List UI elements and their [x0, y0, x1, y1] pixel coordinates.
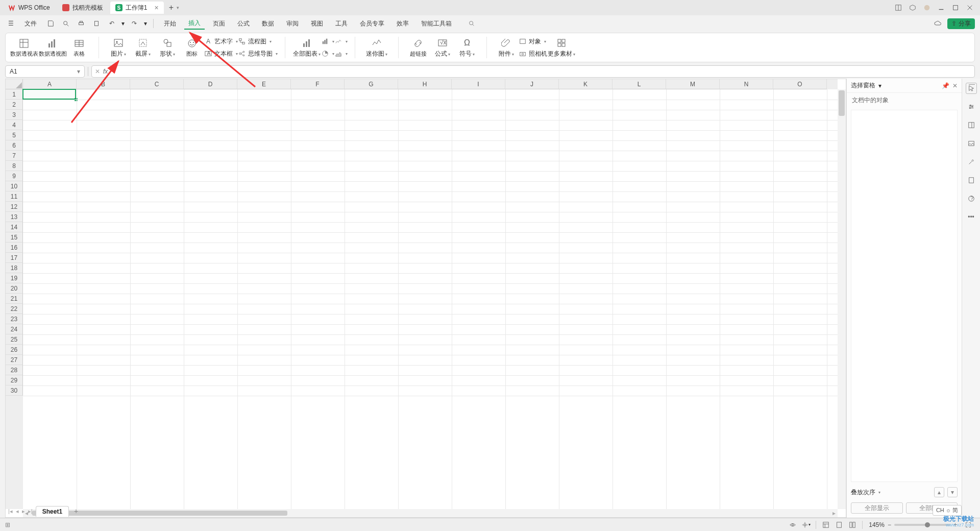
screenshot-button[interactable]: 截屏▾: [131, 35, 155, 60]
horizontal-scrollbar[interactable]: ◂▸: [23, 509, 838, 517]
table-button[interactable]: 表格: [67, 35, 91, 60]
row-header[interactable]: 11: [6, 191, 23, 202]
cloud-icon[interactable]: [932, 18, 943, 29]
spreadsheet-grid[interactable]: ABCDEFGHIJKLMNO 123456789101112131415161…: [5, 79, 846, 518]
cells-area[interactable]: [23, 89, 838, 509]
menu-file[interactable]: 文件: [20, 17, 41, 30]
zoom-level[interactable]: 145%: [869, 521, 885, 528]
pie-chart-button[interactable]: ▾: [321, 49, 334, 59]
wordart-button[interactable]: A艺术字▾: [204, 36, 238, 46]
row-header[interactable]: 16: [6, 243, 23, 253]
name-box-dropdown-icon[interactable]: ▾: [77, 68, 80, 75]
row-header[interactable]: 30: [6, 385, 23, 396]
undo-dropdown-icon[interactable]: ▾: [121, 20, 125, 27]
window-minimize-icon[interactable]: [934, 2, 948, 14]
pin-icon[interactable]: 📌: [942, 82, 949, 89]
eye-icon[interactable]: [787, 520, 799, 530]
col-header[interactable]: F: [291, 79, 345, 89]
panel-close-icon[interactable]: ✕: [952, 82, 958, 89]
image-sidebar-icon[interactable]: [966, 138, 977, 149]
menu-tools[interactable]: 工具: [331, 17, 352, 30]
print-preview-icon[interactable]: [60, 18, 71, 29]
window-close-icon[interactable]: [963, 2, 977, 14]
view-normal-icon[interactable]: [820, 520, 832, 530]
icons-button[interactable]: 图标: [180, 35, 204, 60]
pivot-chart-button[interactable]: 数据透视图: [38, 35, 67, 60]
more-assets-button[interactable]: 更多素材▾: [547, 35, 576, 60]
row-header[interactable]: 4: [6, 120, 23, 130]
col-header[interactable]: C: [130, 79, 184, 89]
row-header[interactable]: 24: [6, 324, 23, 334]
vertical-scrollbar[interactable]: [838, 89, 846, 509]
object-button[interactable]: 对象▾: [519, 36, 547, 46]
equation-button[interactable]: √x公式▾: [430, 35, 455, 60]
row-header[interactable]: 25: [6, 334, 23, 345]
row-header[interactable]: 22: [6, 304, 23, 314]
row-header[interactable]: 17: [6, 253, 23, 263]
col-header[interactable]: H: [398, 79, 452, 89]
col-header[interactable]: E: [237, 79, 291, 89]
sheet-nav-next-icon[interactable]: ▸: [22, 508, 25, 515]
doc-sidebar-icon[interactable]: [966, 175, 977, 186]
sheet-tab[interactable]: Sheet1: [36, 506, 69, 517]
row-header[interactable]: 29: [6, 375, 23, 385]
sheet-nav-last-icon[interactable]: ▸|: [28, 508, 33, 515]
focus-icon[interactable]: ▾: [800, 520, 812, 530]
row-header[interactable]: 14: [6, 222, 23, 232]
picture-button[interactable]: 图片▾: [106, 35, 131, 60]
camera-button[interactable]: 照相机: [519, 49, 547, 59]
redo-icon[interactable]: ↷: [129, 18, 140, 29]
row-header[interactable]: 21: [6, 294, 23, 304]
tab-dropdown-icon[interactable]: ▾: [177, 5, 179, 10]
col-header[interactable]: A: [23, 79, 77, 89]
fx-icon[interactable]: fx: [103, 68, 108, 75]
select-all-corner[interactable]: [6, 79, 23, 89]
menu-review[interactable]: 审阅: [282, 17, 303, 30]
shapes-button[interactable]: 形状▾: [155, 35, 180, 60]
zoom-thumb[interactable]: [925, 522, 930, 527]
row-headers[interactable]: 1234567891011121314151617181920212223242…: [6, 89, 23, 509]
panel-icon[interactable]: [891, 2, 905, 14]
hamburger-icon[interactable]: ☰: [5, 18, 16, 29]
area-chart-button[interactable]: ▾: [334, 49, 348, 59]
clipboard-icon[interactable]: [91, 18, 102, 29]
print-icon[interactable]: [76, 18, 87, 29]
attachment-button[interactable]: 附件▾: [494, 35, 519, 60]
symbol-button[interactable]: Ω符号▾: [455, 35, 479, 60]
row-header[interactable]: 15: [6, 232, 23, 243]
menu-start[interactable]: 开始: [160, 17, 180, 30]
row-header[interactable]: 6: [6, 140, 23, 151]
share-button[interactable]: ⇪ 分享: [947, 18, 975, 29]
template-tab[interactable]: 找稻壳模板: [57, 2, 108, 14]
vscroll-thumb[interactable]: [839, 90, 845, 116]
col-header[interactable]: K: [559, 79, 612, 89]
menu-member[interactable]: 会员专享: [356, 17, 388, 30]
row-header[interactable]: 7: [6, 151, 23, 161]
tools-sidebar-icon[interactable]: [966, 156, 977, 167]
app-tab[interactable]: WPS Office: [3, 2, 55, 14]
menu-smart[interactable]: 智能工具箱: [417, 17, 456, 30]
cancel-formula-icon[interactable]: ✕: [95, 68, 100, 75]
window-maximize-icon[interactable]: [948, 2, 963, 14]
row-header[interactable]: 26: [6, 345, 23, 355]
flowchart-button[interactable]: 流程图▾: [238, 36, 278, 46]
search-icon[interactable]: [466, 18, 477, 29]
close-tab-icon[interactable]: ×: [154, 4, 158, 12]
col-header[interactable]: O: [773, 79, 827, 89]
row-header[interactable]: 13: [6, 212, 23, 222]
ime-indicator[interactable]: CH ☼ 简: [933, 505, 962, 516]
status-mode-icon[interactable]: ⊞: [5, 521, 10, 528]
pivot-table-button[interactable]: 数据透视表: [10, 35, 38, 60]
row-header[interactable]: 8: [6, 161, 23, 171]
redo-dropdown-icon[interactable]: ▾: [144, 20, 147, 27]
row-header[interactable]: 1: [6, 89, 23, 100]
show-all-button[interactable]: 全部显示: [851, 502, 903, 514]
column-headers[interactable]: ABCDEFGHIJKLMNO: [23, 79, 838, 89]
col-header[interactable]: L: [612, 79, 666, 89]
col-header[interactable]: M: [666, 79, 720, 89]
zoom-out-icon[interactable]: −: [888, 521, 891, 528]
row-header[interactable]: 10: [6, 181, 23, 191]
menu-insert[interactable]: 插入: [184, 17, 205, 30]
document-tab[interactable]: S 工作簿1 ×: [110, 2, 164, 14]
all-charts-button[interactable]: 全部图表▾: [292, 35, 321, 60]
